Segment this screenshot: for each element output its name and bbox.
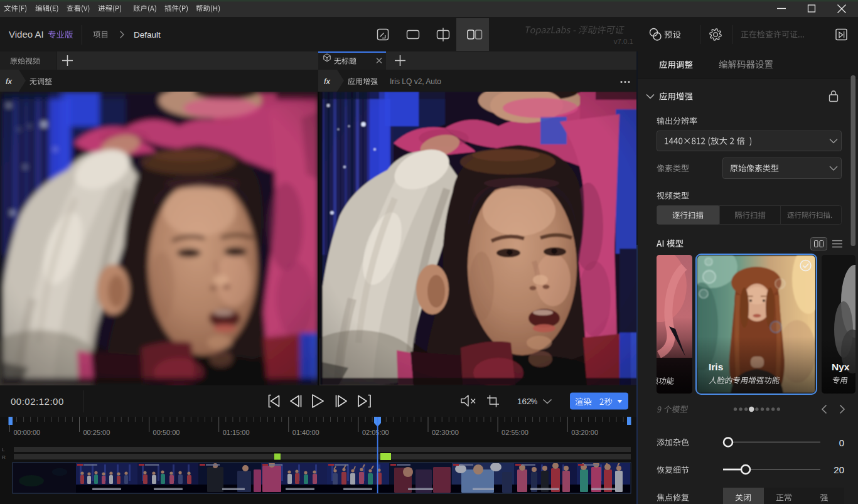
svg-text:01:40:00: 01:40:00 [292, 429, 319, 436]
svg-text:00:02:12:00: 00:02:12:00 [11, 396, 64, 407]
svg-text:00:00:00: 00:00:00 [13, 429, 40, 436]
svg-text:02:05:00: 02:05:00 [362, 429, 389, 436]
svg-text:L: L [2, 447, 5, 453]
svg-text:Iris: Iris [709, 362, 723, 372]
svg-text:20: 20 [834, 464, 844, 475]
svg-text:02:55:00: 02:55:00 [501, 429, 528, 436]
svg-text:02:30:00: 02:30:00 [432, 429, 459, 436]
svg-text:R: R [2, 454, 6, 460]
svg-text:Iris LQ v2, Auto: Iris LQ v2, Auto [390, 77, 441, 86]
svg-text:v7.0.1: v7.0.1 [614, 38, 633, 45]
svg-text:162: 162 [517, 397, 532, 406]
svg-text:00:50:00: 00:50:00 [153, 429, 180, 436]
svg-text:Video AI: Video AI [9, 29, 44, 40]
svg-text:Nyx: Nyx [832, 362, 850, 372]
svg-text:01:15:00: 01:15:00 [223, 429, 250, 436]
svg-text:fx: fx [6, 77, 13, 86]
svg-text:fx: fx [324, 77, 331, 86]
svg-text:0: 0 [839, 437, 844, 448]
svg-text:%: % [531, 397, 538, 406]
svg-text:03:20:00: 03:20:00 [571, 429, 598, 436]
svg-text:00:25:00: 00:25:00 [83, 429, 110, 436]
svg-text:Default: Default [134, 30, 161, 40]
